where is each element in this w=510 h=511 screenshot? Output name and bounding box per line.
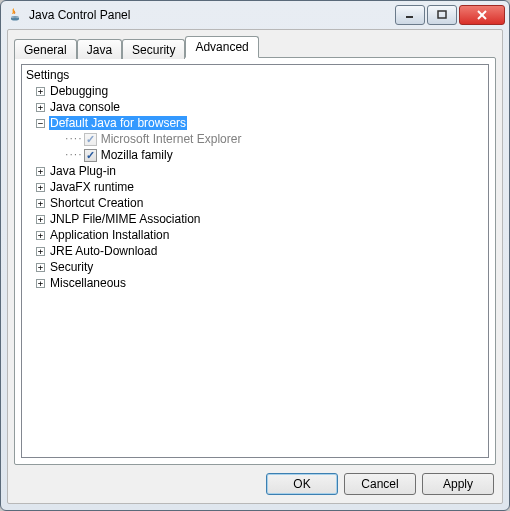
titlebar[interactable]: Java Control Panel [1,1,509,29]
tree-node-debugging[interactable]: + Debugging [36,83,486,99]
tab-advanced[interactable]: Advanced [185,36,258,58]
svg-point-0 [11,16,19,17]
ok-button[interactable]: OK [266,473,338,495]
checkbox-msie[interactable] [84,133,97,146]
tree-line-icon: ···· [64,150,82,160]
svg-rect-3 [438,11,446,18]
tree-node-java-plugin[interactable]: + Java Plug-in [36,163,486,179]
window-title: Java Control Panel [29,8,393,22]
tab-strip: General Java Security Advanced [14,36,496,58]
plus-icon[interactable]: + [36,231,45,240]
dialog-buttons: OK Cancel Apply [14,465,496,497]
plus-icon[interactable]: + [36,263,45,272]
plus-icon[interactable]: + [36,167,45,176]
tree-node-shortcut-creation[interactable]: + Shortcut Creation [36,195,486,211]
plus-icon[interactable]: + [36,199,45,208]
tab-pane-advanced: Settings + Debugging + Java console − De… [14,57,496,465]
tree-node-java-console[interactable]: + Java console [36,99,486,115]
maximize-button[interactable] [427,5,457,25]
minus-icon[interactable]: − [36,119,45,128]
minimize-button[interactable] [395,5,425,25]
checkbox-mozilla[interactable] [84,149,97,162]
tree-node-misc[interactable]: + Miscellaneous [36,275,486,291]
caption-buttons [393,5,505,25]
tree-node-jre-auto[interactable]: + JRE Auto-Download [36,243,486,259]
plus-icon[interactable]: + [36,87,45,96]
tree-node-javafx-runtime[interactable]: + JavaFX runtime [36,179,486,195]
tree-node-default-java-browsers[interactable]: − Default Java for browsers [36,115,486,131]
plus-icon[interactable]: + [36,103,45,112]
tree-node-jnlp-mime[interactable]: + JNLP File/MIME Association [36,211,486,227]
plus-icon[interactable]: + [36,279,45,288]
tab-general[interactable]: General [14,39,77,59]
plus-icon[interactable]: + [36,183,45,192]
close-button[interactable] [459,5,505,25]
tree-node-app-install[interactable]: + Application Installation [36,227,486,243]
java-control-panel-window: Java Control Panel General Java Security… [0,0,510,511]
settings-tree[interactable]: Settings + Debugging + Java console − De… [21,64,489,458]
tree-node-security[interactable]: + Security [36,259,486,275]
plus-icon[interactable]: + [36,215,45,224]
svg-point-1 [12,18,19,19]
tree-root: Settings [24,67,486,83]
tree-line-icon: ···· [64,134,82,144]
java-icon [7,7,23,23]
tab-java[interactable]: Java [77,39,122,59]
tree-child-mozilla[interactable]: ···· Mozilla family [64,147,486,163]
apply-button[interactable]: Apply [422,473,494,495]
tree-child-msie[interactable]: ···· Microsoft Internet Explorer [64,131,486,147]
client-area: General Java Security Advanced Settings … [7,29,503,504]
plus-icon[interactable]: + [36,247,45,256]
cancel-button[interactable]: Cancel [344,473,416,495]
tab-security[interactable]: Security [122,39,185,59]
